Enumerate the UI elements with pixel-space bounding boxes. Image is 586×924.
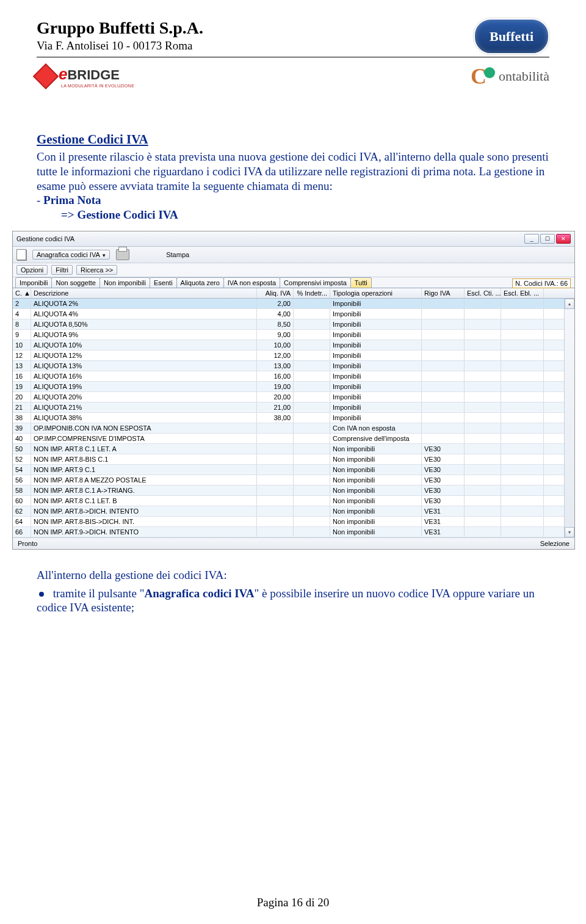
table-row[interactable]: 2ALIQUOTA 2%2,00Imponibili [13,299,564,309]
filter-tab[interactable]: Esenti [150,277,177,288]
scroll-up-button[interactable]: ▴ [565,299,574,309]
cell [294,340,330,350]
table-row[interactable]: 66NON IMP. ART.9->DICH. INTENTONon impon… [13,527,564,537]
col-indetr[interactable]: % Indetr... [294,288,330,298]
cell [501,361,544,371]
cell [465,486,501,495]
table-row[interactable]: 62NON IMP. ART.8->DICH. INTENTONon impon… [13,506,564,517]
filter-tab[interactable]: Aliquota zero [176,277,224,288]
table-row[interactable]: 12ALIQUOTA 12%12,00Imponibili [13,351,564,361]
col-descrizione[interactable]: Descrizione [31,288,257,298]
table-row[interactable]: 20ALIQUOTA 20%20,00Imponibili [13,392,564,402]
table-row[interactable]: 60NON IMP. ART.8 C.1 LET. BNon imponibil… [13,496,564,506]
cell: ALIQUOTA 8,50% [31,319,257,329]
header-divider [37,57,549,57]
cell [465,434,501,443]
anagrafica-label: Anagrafica codici IVA [37,251,99,258]
cell [501,402,544,412]
table-row[interactable]: 13ALIQUOTA 13%13,00Imponibili [13,361,564,371]
cell [465,454,501,464]
cell: 12,00 [257,351,294,360]
cell: Imponibili [330,319,422,329]
table-row[interactable]: 39OP.IMPONIB.CON IVA NON ESPOSTACon IVA … [13,423,564,434]
toolbar: Anagrafica codici IVA ▾ Stampa [13,247,574,263]
cell: VE30 [422,496,465,506]
col-tipologia[interactable]: Tipologia operazioni [330,288,422,298]
cell: 58 [13,486,31,495]
table-row[interactable]: 64NON IMP. ART.8-BIS->DICH. INT.Non impo… [13,517,564,527]
cell [294,475,330,485]
cell [257,506,294,516]
cell [501,506,544,516]
company-address: Via F. Antolisei 10 - 00173 Roma [37,39,203,53]
cell: ALIQUOTA 19% [31,382,257,391]
cell: ALIQUOTA 38% [31,413,257,423]
cell: Imponibili [330,309,422,319]
table-row[interactable]: 9ALIQUOTA 9%9,00Imponibili [13,330,564,340]
table-row[interactable]: 10ALIQUOTA 10%10,00Imponibili [13,340,564,351]
table-row[interactable]: 8ALIQUOTA 8,50%8,50Imponibili [13,319,564,330]
cell: Imponibili [330,299,422,308]
filter-tab[interactable]: Comprensivi imposta [280,277,351,288]
stampa-link[interactable]: Stampa [166,251,189,258]
table-row[interactable]: 19ALIQUOTA 19%19,00Imponibili [13,382,564,392]
cell: Non imponibili [330,444,422,454]
table-row[interactable]: 52NON IMP. ART.8-BIS C.1Non imponibiliVE… [13,454,564,465]
filter-tab[interactable]: Non soggette [51,277,99,288]
table-row[interactable]: 16ALIQUOTA 16%16,00Imponibili [13,371,564,382]
col-rigo-iva[interactable]: Rigo IVA [422,288,465,298]
filter-tab[interactable]: IVA non esposta [223,277,280,288]
cell [257,486,294,495]
col-escl-cti[interactable]: Escl. Cti. ... [465,288,501,298]
cell [465,330,501,340]
cell: Non imponibili [330,486,422,495]
cell [465,371,501,381]
cell: 64 [13,517,31,526]
cell: 4 [13,309,31,319]
cell: NON IMP. ART.8 C.1 A->TRIANG. [31,486,257,495]
table-row[interactable]: 38ALIQUOTA 38%38,00Imponibili [13,413,564,423]
filtri-button[interactable]: Filtri [51,265,73,275]
cell [465,475,501,485]
section-paragraph: Con il presente rilascio è stata previst… [37,150,549,193]
cell: 66 [13,527,31,537]
cell [257,434,294,443]
cell [294,444,330,454]
filter-tab[interactable]: Tutti [350,277,372,288]
filter-tab[interactable]: Non imponibili [99,277,150,288]
cell: Imponibili [330,402,422,412]
cell [422,309,465,319]
table-row[interactable]: 58NON IMP. ART.8 C.1 A->TRIANG.Non impon… [13,486,564,496]
grid-header: C. ▲ Descrizione Aliq. IVA % Indetr... T… [13,288,574,299]
window-minimize-button[interactable]: _ [524,234,539,244]
window-maximize-button[interactable]: ☐ [540,234,555,244]
col-code[interactable]: C. ▲ [13,288,31,298]
table-row[interactable]: 56NON IMP. ART.8 A MEZZO POSTALENon impo… [13,475,564,486]
ricerca-button[interactable]: Ricerca >> [76,265,117,275]
cell [422,361,465,371]
table-row[interactable]: 4ALIQUOTA 4%4,00Imponibili [13,309,564,319]
scroll-down-button[interactable]: ▾ [565,527,574,537]
table-row[interactable]: 40OP.IMP.COMPRENSIVE D'IMPOSTAComprensiv… [13,434,564,444]
cell [294,423,330,433]
opzioni-button[interactable]: Opzioni [16,265,48,275]
table-row[interactable]: 50NON IMP. ART.8 C.1 LET. ANon imponibil… [13,444,564,454]
menu-path-line2: => Gestione Codici IVA [61,208,549,222]
cell [501,299,544,308]
cell [501,309,544,319]
vertical-scrollbar[interactable]: ▴ ▾ [564,299,574,537]
printer-icon[interactable] [116,249,129,260]
cell: Imponibili [330,382,422,391]
cell: 2 [13,299,31,308]
col-escl-ebl[interactable]: Escl. Ebl. ... [501,288,544,298]
anagrafica-codici-button[interactable]: Anagrafica codici IVA ▾ [32,250,110,260]
menu-gestione-codici: => Gestione Codici IVA [61,208,178,221]
table-row[interactable]: 54NON IMP. ART.9 C.1Non imponibiliVE30 [13,465,564,475]
cell: ALIQUOTA 13% [31,361,257,371]
filter-tab[interactable]: Imponibili [15,277,52,288]
table-row[interactable]: 21ALIQUOTA 21%21,00Imponibili [13,402,564,413]
col-aliq-iva[interactable]: Aliq. IVA [257,288,294,298]
cell: Imponibili [330,392,422,402]
window-close-button[interactable]: ✕ [556,234,571,244]
cell: 38,00 [257,413,294,423]
